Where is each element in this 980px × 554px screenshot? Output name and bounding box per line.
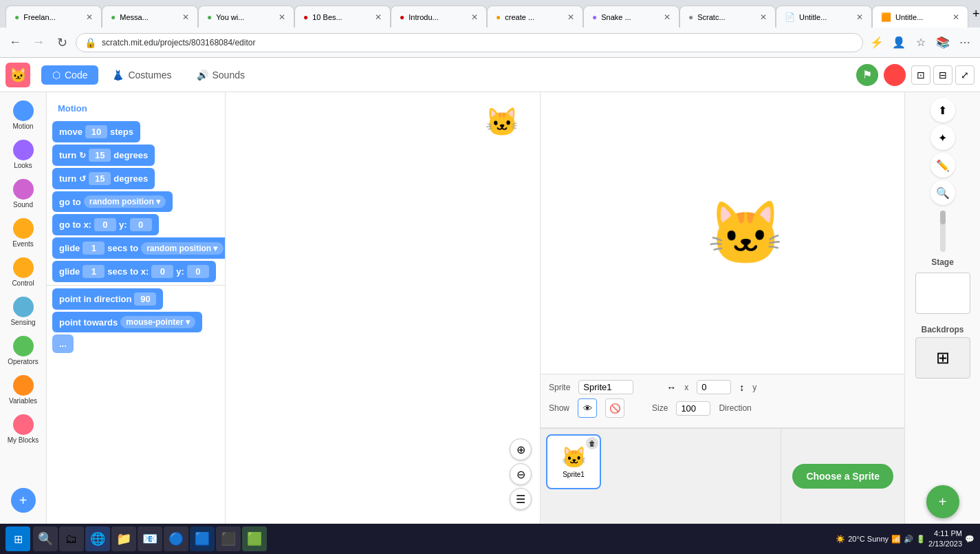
taskbar-edge[interactable]: 🔵	[164, 526, 188, 551]
tab-close-untitled2[interactable]: ✕	[952, 12, 959, 22]
tab-intro[interactable]: ● Introdu... ✕	[391, 6, 487, 28]
turn-cw-degrees-input[interactable]	[89, 149, 111, 162]
new-tab-button[interactable]: +	[968, 7, 980, 21]
tab-untitled2[interactable]: 🟧 Untitle... ✕	[872, 6, 968, 28]
taskbar-mail[interactable]: 📧	[138, 526, 162, 551]
tab-close-you[interactable]: ✕	[279, 12, 285, 22]
sprite-thumb-sprite1[interactable]: 🗑 🐱 Sprite1	[546, 434, 601, 489]
tab-you[interactable]: ● You wi... ✕	[198, 6, 294, 28]
notifications-icon[interactable]: 💬	[965, 535, 974, 544]
block-turn-cw[interactable]: turn ↻ degrees	[52, 145, 219, 166]
taskbar-canva[interactable]: 🟩	[242, 526, 267, 551]
category-events[interactable]: Events	[3, 215, 44, 251]
side-add-button[interactable]: ✦	[930, 125, 955, 150]
stage-scrollbar[interactable]	[940, 211, 946, 252]
choose-sprite-button[interactable]: Choose a Sprite	[792, 464, 893, 489]
taskbar-search[interactable]: 🔍	[33, 526, 58, 551]
glide-xy-secs-input[interactable]	[83, 265, 105, 278]
category-operators[interactable]: Operators	[3, 333, 44, 368]
side-upload-button[interactable]: ⬆	[930, 98, 955, 122]
sprite-delete-button[interactable]: 🗑	[586, 437, 598, 449]
tab-close-10best[interactable]: ✕	[375, 12, 382, 22]
tab-freelancer[interactable]: ● Freelan... ✕	[6, 6, 102, 28]
show-visible-button[interactable]: 👁	[578, 398, 597, 418]
star-icon[interactable]: ☆	[911, 33, 930, 52]
category-myblocks[interactable]: My Blocks	[3, 412, 44, 447]
scripting-area[interactable]: 🐱 ⊕ ⊖ ☰	[226, 92, 540, 524]
taskbar-chrome[interactable]: 🌐	[85, 526, 110, 551]
backdrop-thumbnail[interactable]: ⊞	[915, 337, 970, 379]
back-button[interactable]: ←	[6, 33, 25, 52]
address-bar[interactable]: 🔒 scratch.mit.edu/projects/803168084/edi…	[76, 33, 863, 52]
more-icon[interactable]: ⋯	[955, 33, 974, 52]
normal-stage-button[interactable]: ⊟	[933, 65, 952, 85]
taskbar-vscode[interactable]: 🟦	[190, 526, 215, 551]
goto-x-input[interactable]	[94, 218, 116, 231]
taskbar-terminal[interactable]: ⬛	[216, 526, 241, 551]
side-search-button[interactable]: 🔍	[930, 180, 955, 205]
small-stage-button[interactable]: ⊡	[911, 65, 930, 85]
tab-costumes[interactable]: 👗 Costumes	[101, 65, 182, 85]
taskbar-explorer[interactable]: 📁	[111, 526, 136, 551]
size-input[interactable]	[676, 401, 710, 416]
tab-close-freelancer[interactable]: ✕	[86, 12, 93, 22]
block-goto-xy[interactable]: go to x: y:	[52, 214, 219, 235]
tab-close-messages[interactable]: ✕	[182, 12, 189, 22]
tab-close-untitled1[interactable]: ✕	[856, 12, 863, 22]
taskbar-time[interactable]: 4:11 PM 2/13/2023	[928, 529, 962, 550]
goto-dropdown[interactable]: random position ▾	[84, 195, 166, 208]
block-goto-menu[interactable]: go to random position ▾	[52, 191, 219, 212]
stage-thumbnail[interactable]	[915, 273, 970, 314]
tab-code[interactable]: ⬡ Code	[41, 65, 98, 85]
move-steps-input[interactable]	[85, 125, 107, 138]
glide-menu-secs-input[interactable]	[83, 242, 105, 255]
tab-close-create[interactable]: ✕	[567, 12, 574, 22]
block-point-towards[interactable]: point towards mouse-pointer ▾	[52, 312, 219, 332]
category-looks[interactable]: Looks	[3, 137, 44, 172]
floating-add-sprite-button[interactable]: +	[926, 485, 959, 518]
tab-untitled1[interactable]: 📄 Untitle... ✕	[776, 6, 872, 28]
block-move[interactable]: move steps	[52, 121, 219, 142]
tab-sounds[interactable]: 🔊 Sounds	[186, 65, 256, 85]
collections-icon[interactable]: 📚	[933, 33, 952, 52]
tab-scratch[interactable]: ● Scratc... ✕	[679, 6, 776, 28]
category-variables[interactable]: Variables	[3, 372, 44, 407]
category-motion[interactable]: Motion	[3, 98, 44, 133]
zoom-out-button[interactable]: ⊖	[510, 463, 532, 485]
fullscreen-button[interactable]: ⤢	[955, 65, 974, 85]
glide-menu-dropdown[interactable]: random position ▾	[141, 242, 223, 255]
zoom-in-button[interactable]: ⊕	[510, 438, 532, 460]
point-dir-input[interactable]	[134, 292, 156, 306]
tab-close-intro[interactable]: ✕	[471, 12, 478, 22]
tab-create[interactable]: ● create ... ✕	[487, 6, 583, 28]
turn-ccw-degrees-input[interactable]	[89, 172, 111, 185]
tab-close-snake[interactable]: ✕	[664, 12, 671, 22]
block-turn-ccw[interactable]: turn ↺ degrees	[52, 168, 219, 189]
glide-xy-x-input[interactable]	[151, 265, 173, 278]
red-stop-button[interactable]	[884, 64, 906, 86]
block-point-direction[interactable]: point in direction	[52, 288, 219, 310]
reload-button[interactable]: ↻	[52, 33, 72, 52]
extensions-icon[interactable]: ⚡	[867, 33, 886, 52]
sprite-name-input[interactable]	[578, 380, 633, 394]
category-control[interactable]: Control	[3, 255, 44, 290]
tab-close-scratch[interactable]: ✕	[760, 12, 767, 22]
block-glide-xy[interactable]: glide secs to x: y:	[52, 261, 219, 282]
start-button[interactable]: ⊞	[6, 526, 30, 551]
tab-snake[interactable]: ● Snake ... ✕	[583, 6, 679, 28]
glide-xy-y-input[interactable]	[187, 265, 209, 278]
category-sensing[interactable]: Sensing	[3, 294, 44, 329]
tab-messages[interactable]: ● Messa... ✕	[102, 6, 198, 28]
green-flag-button[interactable]: ⚑	[856, 64, 878, 86]
extensions-button[interactable]: +	[11, 488, 36, 513]
goto-y-input[interactable]	[130, 218, 152, 231]
zoom-fit-button[interactable]: ☰	[510, 488, 532, 510]
show-hidden-button[interactable]: 🚫	[605, 398, 624, 418]
x-coord-input[interactable]	[697, 380, 731, 394]
block-glide-menu[interactable]: glide secs to random position ▾	[52, 237, 219, 259]
forward-button[interactable]: →	[29, 33, 48, 52]
tab-10best[interactable]: ● 10 Bes... ✕	[294, 6, 391, 28]
point-towards-dropdown[interactable]: mouse-pointer ▾	[120, 316, 195, 328]
category-sound[interactable]: Sound	[3, 176, 44, 211]
taskbar-taskview[interactable]: 🗂	[59, 526, 84, 551]
